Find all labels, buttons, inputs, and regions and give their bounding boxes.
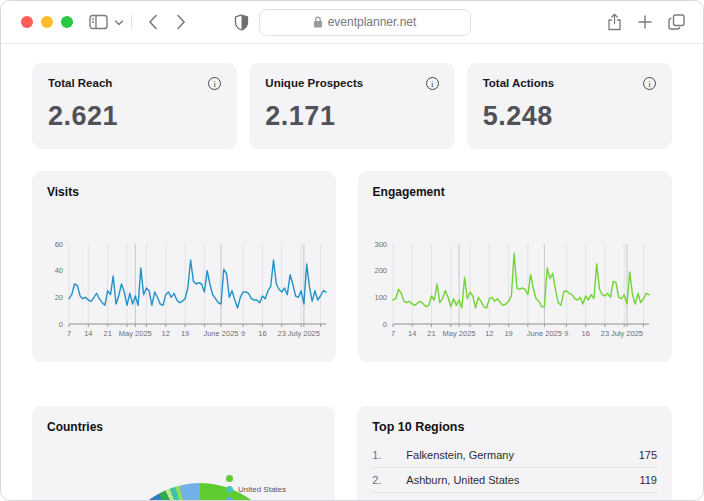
legend-dot xyxy=(226,486,233,493)
chart-title: Visits xyxy=(47,185,79,199)
browser-toolbar: eventplanner.net xyxy=(1,1,703,44)
svg-text:9: 9 xyxy=(564,329,568,338)
info-icon[interactable]: i xyxy=(208,77,221,90)
svg-text:July 2025: July 2025 xyxy=(288,329,320,338)
legend-dot xyxy=(226,497,233,501)
svg-text:19: 19 xyxy=(504,329,512,338)
region-list: 1. Falkenstein, Germany 175 2. Ashburn, … xyxy=(372,443,657,501)
stat-card-total-actions: Total Actions i 5.248 xyxy=(467,63,672,149)
svg-text:14: 14 xyxy=(408,329,416,338)
svg-text:20: 20 xyxy=(55,293,63,302)
svg-text:14: 14 xyxy=(84,329,92,338)
svg-text:60: 60 xyxy=(55,240,63,249)
url-host: eventplanner.net xyxy=(328,15,417,29)
zoom-window-button[interactable] xyxy=(61,16,73,28)
regions-card: Top 10 Regions 1. Falkenstein, Germany 1… xyxy=(357,406,672,501)
toolbar-right-group xyxy=(607,13,685,31)
address-bar[interactable]: eventplanner.net xyxy=(259,9,471,36)
new-tab-icon[interactable] xyxy=(638,15,652,29)
chart-title: Engagement xyxy=(373,185,445,199)
toolbar-divider xyxy=(131,15,132,29)
info-icon[interactable]: i xyxy=(426,77,439,90)
share-icon[interactable] xyxy=(607,13,622,31)
svg-text:July 2025: July 2025 xyxy=(611,329,643,338)
dashboard-content: Total Reach i 2.621 Unique Prospects i 2… xyxy=(1,63,703,501)
legend-item xyxy=(226,497,286,501)
stats-row: Total Reach i 2.621 Unique Prospects i 2… xyxy=(32,63,672,149)
nav-group xyxy=(89,14,195,30)
stat-card-total-reach: Total Reach i 2.621 xyxy=(32,63,237,149)
svg-text:12: 12 xyxy=(485,329,493,338)
sidebar-icon[interactable] xyxy=(89,14,108,30)
stat-value: 2.621 xyxy=(48,101,221,132)
svg-text:23: 23 xyxy=(600,329,608,338)
svg-text:12: 12 xyxy=(162,329,170,338)
stat-card-unique-prospects: Unique Prospects i 2.171 xyxy=(249,63,454,149)
svg-text:19: 19 xyxy=(181,329,189,338)
lock-icon xyxy=(313,16,323,28)
svg-text:7: 7 xyxy=(391,329,395,338)
svg-text:21: 21 xyxy=(104,329,112,338)
traffic-lights xyxy=(21,16,73,28)
info-icon[interactable]: i xyxy=(643,77,656,90)
stat-label: Total Actions xyxy=(483,77,555,89)
minimize-window-button[interactable] xyxy=(41,16,53,28)
countries-card: Countries United States xyxy=(32,406,335,501)
stat-value: 2.171 xyxy=(265,101,438,132)
svg-text:June 2025: June 2025 xyxy=(203,329,238,338)
svg-text:7: 7 xyxy=(67,329,71,338)
svg-text:21: 21 xyxy=(427,329,435,338)
table-row: 3. Oud-Turnhout, Belgium 83 xyxy=(372,493,657,501)
svg-text:0: 0 xyxy=(59,320,63,329)
back-button[interactable] xyxy=(148,14,158,30)
browser-window: eventplanner.net xyxy=(0,0,704,501)
charts-row: 71421May 20251219June 202591623July 2025… xyxy=(32,171,672,362)
svg-text:9: 9 xyxy=(241,329,245,338)
legend-dot xyxy=(226,475,233,482)
svg-text:May 2025: May 2025 xyxy=(119,329,152,338)
svg-text:16: 16 xyxy=(258,329,266,338)
table-row: 2. Ashburn, United States 119 xyxy=(372,468,657,493)
stat-label: Total Reach xyxy=(48,77,112,89)
privacy-shield-icon[interactable] xyxy=(234,14,249,31)
legend-item: United States xyxy=(226,486,286,493)
regions-title: Top 10 Regions xyxy=(372,420,657,434)
svg-text:300: 300 xyxy=(374,240,387,249)
pie-legend: United States xyxy=(226,475,286,501)
visits-line-chart: 71421May 20251219June 202591623July 2025… xyxy=(32,171,342,362)
svg-text:16: 16 xyxy=(581,329,589,338)
svg-text:100: 100 xyxy=(374,293,387,302)
tab-overview-icon[interactable] xyxy=(668,14,685,30)
chevron-down-icon[interactable] xyxy=(114,19,124,26)
svg-text:200: 200 xyxy=(374,266,387,275)
svg-text:0: 0 xyxy=(382,320,386,329)
svg-text:40: 40 xyxy=(55,266,63,275)
stat-label: Unique Prospects xyxy=(265,77,363,89)
engagement-line-chart: 71421May 20251219June 202591623July 2025… xyxy=(358,171,679,362)
svg-text:May 2025: May 2025 xyxy=(442,329,475,338)
forward-button[interactable] xyxy=(176,14,186,30)
legend-item xyxy=(226,475,286,482)
svg-text:23: 23 xyxy=(278,329,286,338)
table-row: 1. Falkenstein, Germany 175 xyxy=(372,443,657,468)
engagement-chart-card: 71421May 20251219June 202591623July 2025… xyxy=(358,171,672,362)
visits-chart-card: 71421May 20251219June 202591623July 2025… xyxy=(32,171,336,362)
close-window-button[interactable] xyxy=(21,16,33,28)
bottom-row: Countries United States xyxy=(32,406,672,501)
stat-value: 5.248 xyxy=(483,101,656,132)
chart-title: Countries xyxy=(47,420,103,434)
svg-text:June 2025: June 2025 xyxy=(526,329,561,338)
